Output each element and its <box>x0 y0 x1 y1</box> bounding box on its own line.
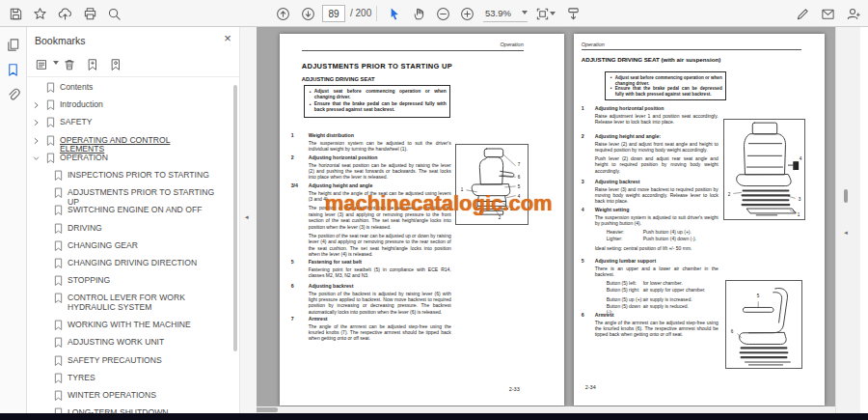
bookmark-icon <box>54 222 68 237</box>
bookmark-item-adjustments-prior-to-starting-up[interactable]: ADJUSTMENTS PRIOR TO STARTING UP <box>27 186 233 204</box>
search-icon[interactable] <box>104 4 123 23</box>
attachments-icon[interactable] <box>1 83 24 106</box>
bookmark-item-stopping[interactable]: STOPPING <box>27 274 233 292</box>
bookmark-icon <box>46 81 60 96</box>
chevron-spacer <box>41 292 54 294</box>
expand-tools-pane-icon[interactable]: ◄ <box>843 230 849 236</box>
section-lumbar-support: 5 Adjusting lumbar support There is an u… <box>582 258 726 316</box>
bookmark-icon <box>54 169 68 183</box>
zoom-out-icon[interactable] <box>433 4 452 23</box>
bookmark-icon <box>54 336 68 350</box>
bookmark-icon <box>54 257 68 271</box>
vertical-scrollbar[interactable]: ◄ <box>835 27 860 413</box>
cloud-upload-icon[interactable] <box>55 4 74 23</box>
page-title: ADJUSTING DRIVING SEAT (with air suspens… <box>582 56 721 63</box>
bookmark-icon <box>54 372 68 386</box>
chevron-down-icon[interactable] <box>550 12 556 15</box>
horizontal-scrollbar-thumb[interactable] <box>257 407 278 412</box>
page-title: ADJUSTMENTS PRIOR TO STARTING UP <box>302 62 452 70</box>
section-seat-belt: 5 Fastening for seat belt Fastening poin… <box>291 259 451 281</box>
chevron-right-icon[interactable] <box>33 116 46 128</box>
account-profile-icon[interactable] <box>843 4 862 23</box>
bookmark-item-safety-precautions[interactable]: SAFETY PRECAUTIONS <box>27 354 233 372</box>
next-page-icon[interactable] <box>298 4 317 23</box>
panel-title: Bookmarks <box>35 35 86 46</box>
new-bookmark-icon[interactable] <box>83 55 102 74</box>
page-header: Operation <box>501 42 524 47</box>
bookmark-item-control-lever-for-work-hydraulic-system[interactable]: CONTROL LEVER FOR WORK HYDRAULIC SYSTEM <box>27 292 233 319</box>
bookmark-item-long-term-shutdown[interactable]: LONG-TERM SHUTDOWN <box>27 406 233 413</box>
bookmark-item-winter-operations[interactable]: WINTER OPERATIONS <box>27 389 233 406</box>
delete-bookmark-icon[interactable] <box>60 55 79 74</box>
bookmarks-toolbar <box>27 52 239 77</box>
star-bookmark-icon[interactable] <box>30 4 49 23</box>
vertical-scrollbar-thumb[interactable] <box>844 189 848 203</box>
document-area[interactable]: Operation ADJUSTMENTS PRIOR TO STARTING … <box>257 27 835 413</box>
bookmark-icon <box>46 152 60 166</box>
page-header: Operation <box>582 42 605 47</box>
section-horizontal-position: 2 Adjusting horizontal position The hori… <box>291 154 451 183</box>
watermark-text: machinecatalogic.com <box>325 191 553 216</box>
chevron-down-icon[interactable] <box>33 152 46 164</box>
bookmark-item-operating-and-control-elements[interactable]: OPERATING AND CONTROL ELEMENTS <box>27 134 233 152</box>
seat-illustration <box>726 281 801 368</box>
zoom-level-dropdown[interactable]: 53.9% <box>483 4 528 22</box>
bookmark-item-contents[interactable]: Contents <box>27 81 233 98</box>
bookmarks-tree: Contents Introduction SAFETY OPERATING A… <box>27 81 233 413</box>
bookmark-item-changing-driving-direction[interactable]: CHANGING DRIVING DIRECTION <box>27 257 233 274</box>
panel-scrollbar-thumb[interactable] <box>233 85 237 351</box>
header-rule <box>582 49 801 50</box>
page-thumbnails-icon[interactable] <box>1 33 24 56</box>
panel-splitter[interactable]: ◄ <box>239 27 257 413</box>
page-number-footer: 2-34 <box>585 384 596 390</box>
chevron-spacer <box>41 222 54 225</box>
chevron-right-icon[interactable] <box>33 98 46 111</box>
taskbar-edge <box>0 413 868 420</box>
bookmark-item-driving[interactable]: DRIVING <box>27 222 233 239</box>
bookmark-item-inspections-prior-to-starting[interactable]: INSPECTIONS PRIOR TO STARTING <box>27 169 233 186</box>
page-subtitle: ADJUSTING DRIVING SEAT <box>302 76 375 82</box>
email-icon[interactable] <box>818 4 837 23</box>
page-number-footer: 2-33 <box>509 386 520 392</box>
chevron-right-icon[interactable] <box>33 134 46 147</box>
fill-sign-icon[interactable] <box>793 4 812 23</box>
chevron-down-icon[interactable] <box>53 61 59 65</box>
page-number-input[interactable]: 89 <box>322 5 345 22</box>
bookmark-icon <box>54 406 68 413</box>
warning-box: •Adjust seat before commencing operation… <box>304 85 450 118</box>
section-armrest: 7 Armrest The angle of the armrest can b… <box>291 316 451 345</box>
select-tool-icon[interactable] <box>384 4 403 23</box>
collapse-panel-icon[interactable]: ◄ <box>244 214 250 220</box>
bookmark-item-introduction[interactable]: Introduction <box>27 98 233 116</box>
bookmark-icon <box>54 239 68 254</box>
close-icon[interactable]: × <box>224 31 231 45</box>
bookmark-item-safety[interactable]: SAFETY <box>27 116 233 133</box>
chevron-down-icon <box>522 11 528 14</box>
section-weight-distribution: 1 Weight distribution The suspension sys… <box>291 132 451 154</box>
previous-page-icon[interactable] <box>273 4 292 23</box>
bookmark-item-changing-gear[interactable]: CHANGING GEAR <box>27 239 233 257</box>
bookmark-options-icon[interactable] <box>33 55 52 74</box>
bookmark-icon <box>54 292 68 306</box>
bookmark-item-working-with-the-machine[interactable]: WORKING WITH THE MACHINE <box>27 319 233 336</box>
chevron-spacer <box>41 336 54 339</box>
save-icon[interactable] <box>6 4 25 23</box>
horizontal-scrollbar[interactable] <box>257 406 835 413</box>
bookmark-item-tyres[interactable]: TYRES <box>27 372 233 389</box>
section-backrest: 6 Adjusting backrest The position of the… <box>291 283 451 318</box>
highlight-current-bookmark-icon[interactable] <box>106 55 125 74</box>
print-icon[interactable] <box>80 4 99 23</box>
zoom-in-icon[interactable] <box>457 4 476 23</box>
fit-page-icon[interactable] <box>532 4 552 23</box>
chevron-spacer <box>41 406 54 409</box>
chevron-spacer <box>33 81 46 84</box>
bookmark-icon <box>54 354 68 369</box>
bookmark-item-adjusting-work-unit[interactable]: ADJUSTING WORK UNIT <box>27 336 233 353</box>
hand-tool-icon[interactable] <box>409 4 428 23</box>
section-armrest: 6 Armrest The angle of the armrest can b… <box>582 312 726 340</box>
section-weight-setting: 4 Weight setting The suspension system i… <box>582 207 726 252</box>
page-scrolling-icon[interactable] <box>563 4 583 23</box>
chevron-spacer <box>41 389 54 392</box>
bookmarks-panel-icon[interactable] <box>1 58 24 81</box>
chevron-spacer <box>41 354 54 357</box>
